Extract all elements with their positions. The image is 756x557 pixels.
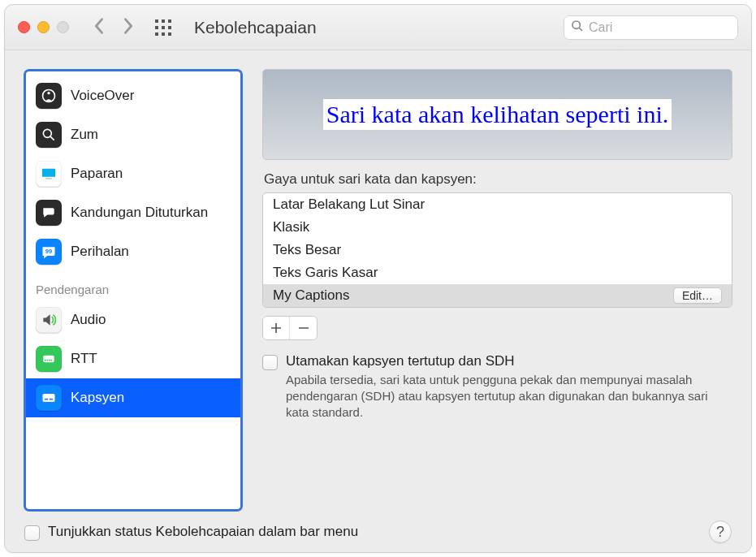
svg-point-13 [43, 129, 51, 137]
svg-rect-19 [45, 360, 46, 361]
minus-icon [298, 322, 309, 334]
svg-rect-24 [45, 399, 48, 400]
prefer-cc-label: Utamakan kapsyen tertutup dan SDH [286, 353, 732, 369]
style-row[interactable]: Teks Garis Kasar [263, 261, 732, 284]
back-button[interactable] [92, 16, 106, 39]
style-row[interactable]: Klasik [263, 216, 732, 239]
show-status-checkbox[interactable] [24, 525, 40, 541]
sidebar-item-label: Zum [71, 127, 98, 143]
svg-rect-7 [162, 32, 165, 36]
style-name: Klasik [273, 219, 309, 235]
sidebar-item-label: VoiceOver [71, 88, 134, 104]
svg-line-14 [50, 136, 54, 140]
svg-point-9 [572, 21, 580, 28]
sidebar-item-zoom[interactable]: Zum [26, 115, 240, 154]
sidebar-item-captions[interactable]: Kapsyen [26, 378, 240, 417]
sidebar-section-hearing: Pendengaran [26, 271, 240, 300]
sidebar-item-rtt[interactable]: RTT [26, 339, 240, 378]
prefer-cc-checkbox[interactable] [262, 355, 278, 370]
voiceover-icon [36, 83, 62, 109]
prefer-cc-row: Utamakan kapsyen tertutup dan SDH Apabil… [262, 353, 732, 420]
styles-label: Gaya untuk sari kata dan kapsyen: [264, 171, 732, 188]
svg-point-12 [47, 92, 50, 94]
svg-rect-1 [162, 19, 165, 23]
toolbar-nav [92, 16, 136, 39]
toolbar: Kebolehcapaian [5, 5, 751, 50]
zoom-icon [36, 122, 62, 148]
svg-rect-6 [155, 32, 158, 36]
sidebar-item-descriptions[interactable]: 99 Perihalan [26, 232, 240, 271]
prefer-cc-description: Apabila tersedia, sari kata untuk penggu… [286, 372, 732, 420]
rtt-icon [36, 346, 62, 372]
svg-rect-18 [43, 356, 54, 362]
style-row[interactable]: My Captions Edit… [263, 284, 732, 307]
traffic-lights [18, 21, 69, 33]
close-window-button[interactable] [18, 21, 30, 33]
style-name: My Captions [273, 287, 349, 304]
style-name: Teks Garis Kasar [273, 265, 378, 281]
help-icon: ? [716, 524, 724, 541]
styles-list[interactable]: Latar Belakang Lut Sinar Klasik Teks Bes… [262, 192, 732, 308]
footer: Tunjukkan status Kebolehcapaian dalam ba… [5, 512, 751, 552]
svg-rect-21 [49, 360, 50, 361]
main-pane: Sari kata akan kelihatan seperti ini. Ga… [262, 69, 732, 512]
show-status-label: Tunjukkan status Kebolehcapaian dalam ba… [48, 524, 358, 540]
sidebar-item-audio[interactable]: Audio [26, 300, 240, 339]
audio-icon [36, 307, 62, 333]
svg-rect-2 [168, 19, 171, 23]
sidebar-item-label: Audio [71, 312, 106, 328]
style-row[interactable]: Teks Besar [263, 239, 732, 261]
style-row[interactable]: Latar Belakang Lut Sinar [263, 193, 732, 216]
plus-icon [270, 322, 282, 334]
spoken-content-icon [36, 200, 62, 226]
add-style-button[interactable] [263, 317, 290, 339]
svg-rect-4 [162, 26, 165, 29]
captions-icon [36, 385, 62, 411]
svg-rect-5 [168, 26, 171, 29]
svg-rect-8 [168, 32, 171, 36]
search-icon [571, 19, 584, 36]
search-input[interactable] [589, 20, 731, 35]
caption-preview-text: Sari kata akan kelihatan seperti ini. [323, 99, 672, 130]
display-icon [36, 161, 62, 187]
forward-button[interactable] [121, 16, 136, 39]
search-field[interactable] [564, 15, 738, 40]
edit-style-button[interactable]: Edit… [673, 287, 722, 304]
svg-rect-0 [155, 19, 158, 23]
descriptions-icon: 99 [36, 239, 62, 265]
caption-preview: Sari kata akan kelihatan seperti ini. [262, 69, 732, 160]
sidebar-item-display[interactable]: Paparan [26, 154, 240, 193]
svg-text:99: 99 [45, 248, 52, 255]
content-area: VoiceOver Zum Paparan Kandungan Dituturk… [5, 50, 751, 512]
svg-rect-3 [155, 26, 158, 29]
help-button[interactable]: ? [709, 520, 732, 543]
svg-rect-22 [51, 360, 53, 361]
sidebar-item-label: RTT [71, 351, 97, 367]
svg-rect-23 [43, 394, 55, 402]
window: Kebolehcapaian VoiceOver Zum [4, 4, 752, 553]
add-remove-group [262, 316, 318, 340]
sidebar-item-label: Paparan [71, 166, 123, 182]
sidebar-item-label: Perihalan [71, 244, 129, 260]
window-title: Kebolehcapaian [194, 18, 317, 37]
zoom-window-button[interactable] [57, 21, 69, 33]
show-all-button[interactable] [153, 18, 173, 37]
sidebar-item-spoken-content[interactable]: Kandungan Dituturkan [26, 193, 240, 232]
style-name: Teks Besar [273, 242, 341, 258]
minimize-window-button[interactable] [37, 21, 50, 33]
svg-rect-15 [42, 169, 55, 177]
svg-rect-16 [45, 178, 52, 179]
svg-line-10 [579, 28, 582, 31]
sidebar-item-label: Kapsyen [71, 390, 124, 406]
svg-rect-20 [47, 360, 49, 361]
sidebar-item-voiceover[interactable]: VoiceOver [26, 76, 240, 115]
svg-rect-25 [50, 399, 53, 400]
sidebar-item-label: Kandungan Dituturkan [71, 205, 208, 221]
remove-style-button[interactable] [290, 317, 317, 339]
style-name: Latar Belakang Lut Sinar [273, 196, 425, 213]
sidebar[interactable]: VoiceOver Zum Paparan Kandungan Dituturk… [24, 69, 243, 512]
